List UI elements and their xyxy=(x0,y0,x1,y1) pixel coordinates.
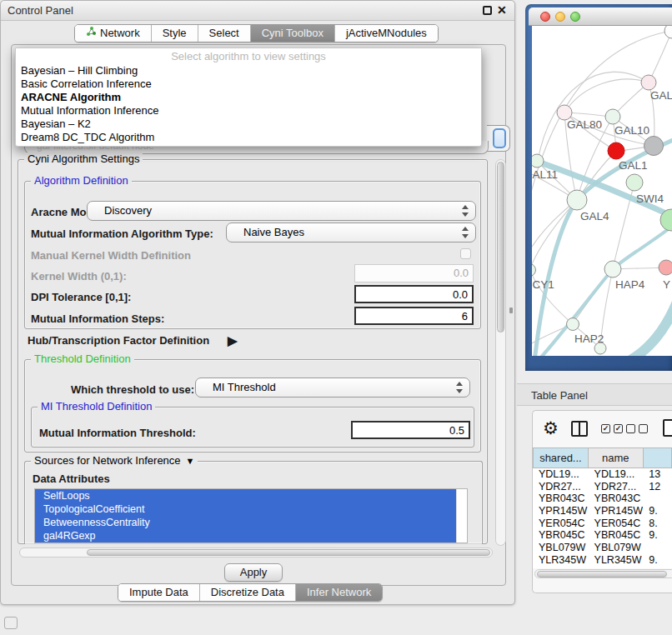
checked-box-icon: ✓ xyxy=(614,424,623,433)
dropdown-item[interactable]: ARACNE Algorithm xyxy=(16,91,481,104)
mac-zoom-icon[interactable] xyxy=(570,12,580,22)
attribute-item[interactable]: SelfLoops xyxy=(35,489,456,502)
settings-horizontal-scrollbar[interactable] xyxy=(19,548,493,558)
dropdown-item[interactable]: Basic Correlation Inference xyxy=(16,78,481,91)
hidden-combo-fragment[interactable] xyxy=(487,125,510,152)
aracne-mode-value: Discovery xyxy=(104,204,152,217)
column-header[interactable] xyxy=(644,448,672,468)
node-label: GAL xyxy=(650,89,672,102)
network-node-gal10[interactable] xyxy=(605,109,620,124)
mac-minimize-icon[interactable] xyxy=(555,12,565,22)
network-node[interactable] xyxy=(664,26,672,38)
table-row[interactable]: YBL079WYBL079W xyxy=(533,542,672,554)
attribute-item[interactable]: TopologicalCoefficient xyxy=(35,502,456,516)
spinner-arrows-icon xyxy=(461,226,469,239)
tab-impute-data[interactable]: Impute Data xyxy=(118,584,200,601)
column-header[interactable]: shared... xyxy=(533,448,589,468)
network-node[interactable] xyxy=(594,342,606,354)
aracne-mode-combo[interactable]: Discovery xyxy=(87,201,476,221)
tab-label: Network xyxy=(100,25,140,42)
columns-icon[interactable] xyxy=(571,421,588,437)
table-row[interactable]: YBR045CYBR045C9. xyxy=(533,529,672,542)
sources-title-row[interactable]: Sources for Network Inference ▼ xyxy=(31,454,198,467)
which-threshold-combo[interactable]: MI Threshold xyxy=(195,378,470,398)
column-header[interactable]: name xyxy=(589,448,644,468)
network-edge[interactable] xyxy=(564,79,649,112)
network-window-titlebar[interactable] xyxy=(529,8,672,26)
tab-discretize-data[interactable]: Discretize Data xyxy=(200,584,296,601)
table-horizontal-scrollbar[interactable] xyxy=(534,569,672,578)
network-canvas[interactable]: GALGAL80GAL10GAL1GAL11SWI4GAL4GCY1HAP4YH… xyxy=(532,26,672,356)
apply-button[interactable]: Apply xyxy=(224,563,283,582)
table-row[interactable]: YPR145WYPR145W9. xyxy=(533,505,672,518)
tab-cyni-toolbox[interactable]: Cyni Toolbox xyxy=(251,25,335,42)
scrollbar-thumb[interactable] xyxy=(87,549,490,556)
settings-group-title: Cyni Algorithm Settings xyxy=(24,152,143,165)
tab-jactivemnodules[interactable]: jActiveMNodules xyxy=(335,25,438,42)
network-node-gcy1[interactable] xyxy=(532,264,536,277)
float-panel-icon[interactable] xyxy=(483,6,492,15)
scrollbar-thumb[interactable] xyxy=(537,571,667,578)
network-edge[interactable] xyxy=(649,33,671,82)
table-row[interactable]: YBR043CYBR043C xyxy=(533,492,672,505)
mi-type-combo[interactable]: Naive Bayes xyxy=(226,222,476,242)
dropdown-item[interactable]: Mutual Information Inference xyxy=(16,104,481,118)
settings-vertical-scrollbar[interactable] xyxy=(495,159,506,546)
network-graph[interactable]: GALGAL80GAL10GAL1GAL11SWI4GAL4GCY1HAP4YH… xyxy=(532,26,672,356)
table-cell: YER054C xyxy=(533,518,589,530)
table-cell: YPR145W xyxy=(533,505,589,518)
expand-arrow-icon[interactable]: ▶ xyxy=(228,333,238,348)
mi-threshold-field[interactable]: 0.5 xyxy=(351,421,470,439)
network-node-gal4[interactable] xyxy=(567,190,587,210)
node-label: SWI4 xyxy=(636,192,664,205)
tab-infer-network[interactable]: Infer Network xyxy=(296,584,382,601)
table-cell: YLR345W xyxy=(589,554,644,567)
collapse-arrow-icon[interactable]: ▼ xyxy=(186,456,195,466)
tab-network[interactable]: Network xyxy=(75,25,152,42)
network-node-gal1[interactable] xyxy=(608,142,624,159)
network-node-gal11[interactable] xyxy=(532,154,544,168)
data-attributes-label: Data Attributes xyxy=(33,472,110,485)
attribute-list-scrollbar[interactable] xyxy=(456,489,467,542)
data-attributes-list[interactable]: SelfLoopsTopologicalCoefficientBetweenne… xyxy=(34,488,468,543)
network-node-gal[interactable] xyxy=(641,75,656,90)
document-icon[interactable] xyxy=(663,419,672,437)
network-node-y[interactable] xyxy=(659,260,672,275)
tab-style[interactable]: Style xyxy=(152,25,198,42)
dropdown-item[interactable]: Bayesian – Hill Climbing xyxy=(16,64,481,78)
network-node[interactable] xyxy=(644,137,664,156)
tab-select[interactable]: Select xyxy=(198,25,251,42)
unselect-all-checks-icon[interactable] xyxy=(626,424,648,433)
node-label: HAP4 xyxy=(615,278,645,291)
attribute-item[interactable]: BetweennessCentrality xyxy=(35,516,456,529)
table-cell xyxy=(643,492,672,505)
mac-close-icon[interactable] xyxy=(540,12,550,22)
table-row[interactable]: YDR27...YDR27...12 xyxy=(533,481,672,493)
table-row[interactable]: YLR345WYLR345W9. xyxy=(533,554,672,567)
dpi-tolerance-field[interactable]: 0.0 xyxy=(354,285,474,303)
close-panel-icon[interactable]: ✕ xyxy=(497,3,507,17)
table-row[interactable]: YDL19...YDL19...13 xyxy=(533,468,672,481)
hub-definition-label[interactable]: Hub/Transcription Factor Definition xyxy=(28,334,209,347)
gear-icon[interactable]: ⚙ xyxy=(543,418,559,438)
network-node-swi4[interactable] xyxy=(626,174,643,191)
dropdown-item[interactable]: Bayesian – K2 xyxy=(16,118,481,131)
splitter-handle[interactable] xyxy=(509,308,513,313)
manual-kernel-checkbox[interactable] xyxy=(460,248,471,259)
select-all-checks-icon[interactable]: ✓ ✓ xyxy=(601,424,623,433)
dropdown-item[interactable]: Dream8 DC_TDC Algorithm xyxy=(16,131,481,144)
table-cell: 9. xyxy=(643,505,672,518)
kernel-width-field[interactable]: 0.0 xyxy=(354,264,474,282)
table-row[interactable]: YER054CYER054C8. xyxy=(533,518,672,530)
mi-steps-field[interactable]: 6 xyxy=(354,307,474,325)
table-row[interactable]: YIL052CYIL052C9 xyxy=(533,567,672,569)
minimized-panel-button[interactable] xyxy=(4,617,18,629)
focused-spinner[interactable] xyxy=(493,128,506,148)
network-node-hap2[interactable] xyxy=(567,318,579,331)
scrollbar-thumb[interactable] xyxy=(497,162,504,332)
network-edge[interactable] xyxy=(538,72,649,161)
attribute-item[interactable]: gal4RGexp xyxy=(35,529,456,542)
network-node-hap4[interactable] xyxy=(604,261,621,278)
mi-threshold-label: Mutual Information Threshold: xyxy=(39,427,196,439)
table-cell: YBR043C xyxy=(533,492,589,505)
